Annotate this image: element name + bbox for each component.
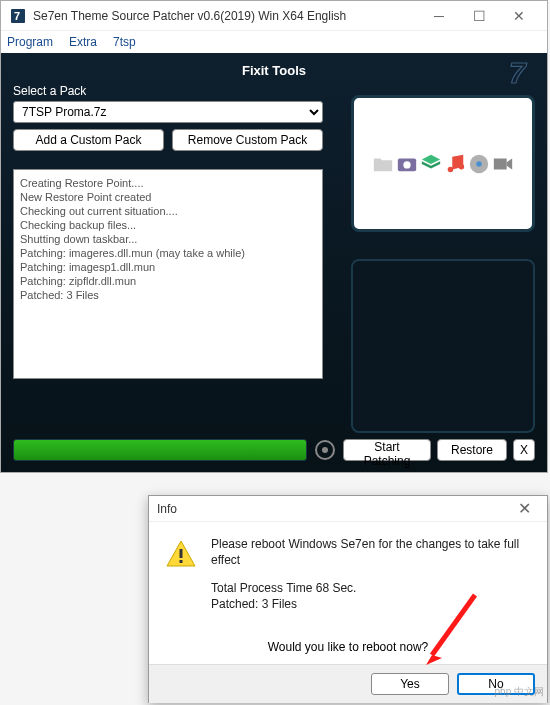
restore-button[interactable]: Restore: [437, 439, 507, 461]
remove-pack-button[interactable]: Remove Custom Pack: [172, 129, 323, 151]
warning-icon: [165, 538, 197, 570]
svg-point-8: [476, 161, 482, 167]
log-line: Checking backup files...: [20, 218, 316, 232]
folder-icon: [372, 153, 394, 175]
log-line: Patching: imagesp1.dll.mun: [20, 260, 316, 274]
dialog-message: Please reboot Windows Se7en for the chan…: [211, 536, 531, 624]
dialog-titlebar: Info ✕: [149, 496, 547, 522]
window-controls: ─ ☐ ✕: [419, 2, 539, 30]
music-icon: [444, 153, 466, 175]
maximize-button[interactable]: ☐: [459, 2, 499, 30]
main-window: 7 Se7en Theme Source Patcher v0.6(2019) …: [0, 0, 548, 473]
svg-point-4: [403, 161, 410, 168]
menu-program[interactable]: Program: [7, 35, 53, 49]
svg-point-6: [459, 164, 465, 170]
svg-text:7: 7: [14, 10, 20, 22]
svg-rect-13: [180, 560, 183, 563]
dialog-body: Please reboot Windows Se7en for the chan…: [149, 522, 547, 634]
fixit-heading: Fixit Tools: [13, 63, 535, 78]
window-title: Se7en Theme Source Patcher v0.6(2019) Wi…: [33, 9, 419, 23]
log-line: Shutting down taskbar...: [20, 232, 316, 246]
video-icon: [492, 153, 514, 175]
menu-7tsp[interactable]: 7tsp: [113, 35, 136, 49]
log-line: Patching: zipfldr.dll.mun: [20, 274, 316, 288]
dialog-msg-line1: Please reboot Windows Se7en for the chan…: [211, 536, 531, 568]
disc-icon: [468, 153, 490, 175]
start-patching-button[interactable]: Start Patching: [343, 439, 431, 461]
close-button[interactable]: ✕: [499, 2, 539, 30]
pack-select[interactable]: 7TSP Proma.7z: [13, 101, 323, 123]
select-pack-label: Select a Pack: [13, 84, 323, 98]
preview-panel: [351, 95, 535, 232]
dialog-title: Info: [157, 502, 509, 516]
dialog-msg-stats: Total Process Time 68 Sec. Patched: 3 Fi…: [211, 580, 531, 612]
no-button[interactable]: No: [457, 673, 535, 695]
main-content: Fixit Tools 7 Select a Pack 7TSP Proma.7…: [1, 53, 547, 472]
x-button[interactable]: X: [513, 439, 535, 461]
svg-rect-9: [494, 158, 507, 169]
yes-button[interactable]: Yes: [371, 673, 449, 695]
layers-icon: [420, 153, 442, 175]
svg-point-11: [322, 447, 328, 453]
secondary-panel: [351, 259, 535, 433]
bottom-toolbar: Start Patching Restore X: [13, 438, 535, 462]
camera-icon: [396, 153, 418, 175]
pack-button-row: Add a Custom Pack Remove Custom Pack: [13, 129, 323, 151]
info-dialog: Info ✕ Please reboot Windows Se7en for t…: [148, 495, 548, 703]
log-line: New Restore Point created: [20, 190, 316, 204]
log-line: Checking out current situation....: [20, 204, 316, 218]
gear-icon: [313, 438, 337, 462]
dialog-button-row: Yes No: [149, 664, 547, 703]
log-line: Creating Restore Point....: [20, 176, 316, 190]
svg-point-5: [448, 166, 454, 172]
dialog-prompt: Would you like to reboot now?: [149, 640, 547, 654]
menubar: Program Extra 7tsp: [1, 31, 547, 53]
log-output[interactable]: Creating Restore Point.... New Restore P…: [13, 169, 323, 379]
app-icon: 7: [9, 7, 27, 25]
left-column: Select a Pack 7TSP Proma.7z Add a Custom…: [13, 84, 323, 379]
log-line: Patching: imageres.dll.mun (may take a w…: [20, 246, 316, 260]
svg-rect-12: [180, 549, 183, 558]
menu-extra[interactable]: Extra: [69, 35, 97, 49]
svg-text:7: 7: [509, 57, 527, 89]
progress-bar: [13, 439, 307, 461]
progress-fill: [14, 440, 306, 460]
add-pack-button[interactable]: Add a Custom Pack: [13, 129, 164, 151]
log-line: Patched: 3 Files: [20, 288, 316, 302]
seven-logo-icon: 7: [507, 57, 537, 95]
titlebar: 7 Se7en Theme Source Patcher v0.6(2019) …: [1, 1, 547, 31]
minimize-button[interactable]: ─: [419, 2, 459, 30]
dialog-close-button[interactable]: ✕: [509, 497, 539, 521]
